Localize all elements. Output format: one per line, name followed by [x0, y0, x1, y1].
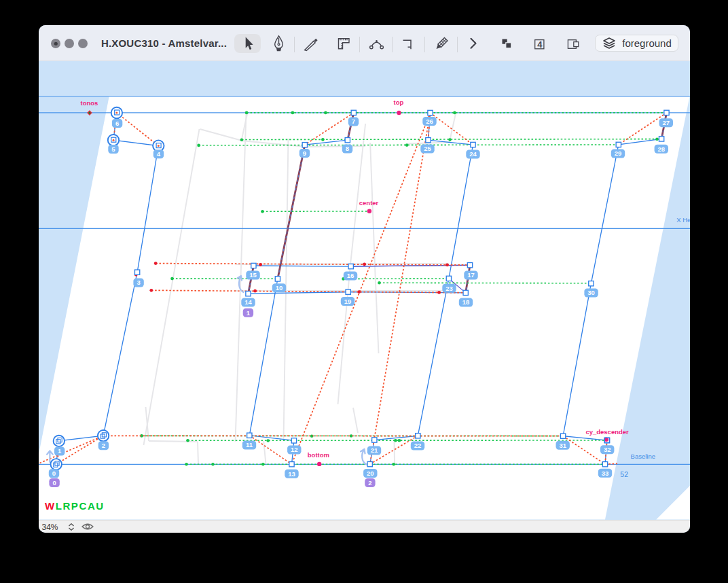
svg-text:5: 5 [111, 145, 115, 153]
svg-text:26: 26 [426, 118, 433, 125]
svg-text:bottom: bottom [307, 451, 329, 459]
svg-text:2: 2 [368, 479, 371, 487]
svg-text:21: 21 [370, 446, 378, 454]
svg-text:31: 31 [559, 442, 566, 449]
svg-text:28: 28 [657, 145, 665, 153]
svg-text:14: 14 [244, 298, 252, 306]
svg-text:6: 6 [115, 120, 118, 127]
svg-text:20: 20 [367, 470, 374, 477]
svg-text:8: 8 [345, 145, 348, 152]
svg-text:17: 17 [467, 271, 475, 279]
svg-text:16: 16 [346, 272, 354, 279]
svg-text:cy_descender: cy_descender [585, 428, 629, 436]
svg-text:tonos: tonos [80, 99, 98, 107]
svg-text:1: 1 [246, 309, 250, 317]
svg-text:top: top [393, 99, 403, 106]
svg-text:18: 18 [462, 298, 469, 306]
svg-text:24: 24 [469, 150, 477, 158]
svg-text:9: 9 [302, 149, 306, 157]
svg-text:X Height: X Height [676, 216, 690, 224]
svg-text:52: 52 [620, 470, 628, 478]
svg-text:33: 33 [601, 470, 608, 477]
svg-text:32: 32 [603, 446, 611, 453]
svg-text:13: 13 [288, 470, 295, 478]
svg-text:30: 30 [587, 289, 595, 296]
svg-text:29: 29 [614, 149, 621, 157]
svg-text:0: 0 [52, 479, 56, 487]
svg-text:2: 2 [101, 442, 105, 449]
svg-text:Baseline: Baseline [630, 453, 655, 460]
svg-text:23: 23 [445, 285, 453, 292]
svg-text:12: 12 [291, 446, 298, 453]
svg-text:0: 0 [52, 470, 55, 477]
svg-text:19: 19 [344, 298, 351, 305]
svg-text:22: 22 [414, 442, 421, 449]
svg-text:27: 27 [662, 119, 670, 126]
svg-text:4: 4 [537, 39, 543, 50]
svg-text:1: 1 [58, 447, 62, 455]
svg-text:10: 10 [275, 284, 283, 292]
svg-text:3: 3 [136, 279, 140, 286]
svg-text:11: 11 [245, 441, 253, 448]
svg-text:25: 25 [424, 145, 431, 152]
svg-text:center: center [359, 199, 378, 207]
svg-text:4: 4 [156, 150, 160, 158]
svg-text:15: 15 [249, 271, 257, 279]
svg-text:7: 7 [351, 118, 354, 125]
